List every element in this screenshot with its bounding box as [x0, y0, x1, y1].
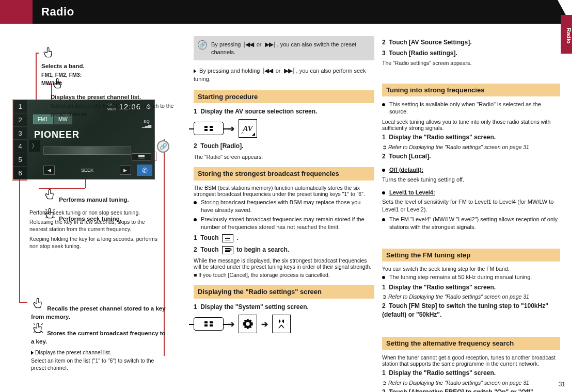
preset-5[interactable]: 5 — [13, 153, 27, 167]
af-step-1: 1 Display the "Radio settings" screen. — [382, 369, 560, 378]
preset-2[interactable]: 2 — [13, 113, 27, 127]
seek-label: SEEK — [81, 168, 93, 173]
preset-1[interactable]: 1 — [13, 100, 27, 113]
setting-off: Off (default): Turns the seek tuning set… — [382, 166, 560, 184]
band-fm[interactable]: FM1 — [33, 115, 53, 124]
callout-preset-label: Displays the preset channel list. — [51, 93, 175, 102]
svg-rect-0 — [204, 126, 208, 128]
preset-6[interactable]: 6 — [13, 167, 27, 180]
button-train-av: ➔ AV ^ — [194, 119, 374, 138]
banner-accent — [0, 0, 33, 24]
heading-bsm: Storing the strongest broadcast frequenc… — [194, 167, 374, 181]
bsm-intro: The BSM (best stations memory) function … — [194, 185, 374, 197]
fm-step-2: 2 Touch [FM Step] to switch the tuning s… — [382, 302, 560, 319]
svg-rect-1 — [210, 126, 213, 128]
heading-fm-step: Setting the FM tuning step — [382, 249, 560, 262]
hold-seek-note: By pressing and holding ∣◀◀ or ▶▶∣ , you… — [194, 67, 374, 83]
bsm-step-2-sub: While the message is displayed, the six … — [194, 257, 374, 270]
heading-starting: Starting procedure — [194, 90, 374, 103]
frequency-bar[interactable] — [43, 146, 131, 155]
seek-row: ◀ SEEK ▶ — [43, 166, 131, 175]
tap-icon — [31, 296, 45, 311]
button-train-system: ➔ ➔ — [194, 315, 374, 333]
local-step-2: 2 Touch [Local]. — [382, 152, 560, 161]
bsm-note-1: Storing broadcast frequencies with BSM m… — [194, 199, 374, 214]
tap-icon — [41, 45, 56, 60]
leader — [19, 302, 27, 303]
local-step-1-ref: ➲ Refer to Displaying the "Radio setting… — [382, 144, 560, 150]
svg-rect-2 — [204, 129, 208, 131]
heading-radio-settings: Displaying the "Radio settings" screen — [194, 285, 374, 299]
heading-af: Setting the alternative frequency search — [382, 337, 560, 350]
station-name: PIONEER — [34, 129, 80, 140]
level-note: The FM "Level4" (MW/LW "Level2") setting… — [382, 216, 560, 231]
step-1: 1 Display the AV source selection screen… — [194, 107, 374, 116]
note-seek-release: Releasing the key in a few seconds, skip… — [29, 218, 164, 233]
settings-step-1: 1 Display the "System" setting screen. — [194, 303, 374, 312]
fm-intro: You can switch the seek tuning step for … — [382, 266, 560, 272]
right-step-3: 3 Touch [Radio settings]. — [382, 49, 560, 58]
fm-step-1: 1 Display the "Radio settings" screen. — [382, 283, 560, 292]
home-hw-button[interactable] — [194, 122, 224, 135]
svg-rect-7 — [210, 324, 213, 326]
step-2-sub: The "Radio" screen appears. — [194, 154, 374, 160]
svg-rect-6 — [204, 324, 208, 326]
right-step-2: 2 Touch [AV Source Settings]. — [382, 38, 560, 47]
af-step-2: 2 Touch [Alternative FREQ] to switch "On… — [382, 388, 560, 392]
leader — [36, 53, 39, 54]
right-step-3-sub: The "Radio settings" screen appears. — [382, 60, 560, 66]
af-intro: When the tuner cannot get a good recepti… — [382, 354, 560, 367]
page-banner: Radio — [0, 0, 558, 24]
system-button[interactable] — [272, 315, 291, 333]
phone-button[interactable]: ✆ — [137, 165, 152, 176]
preset-list-icon[interactable] — [222, 234, 233, 242]
svg-rect-5 — [210, 321, 213, 323]
eq-icon[interactable]: EQ▁▃▅ — [142, 120, 151, 128]
arrow-icon: ➔ — [261, 319, 268, 329]
preset-4[interactable]: 4 — [13, 140, 27, 153]
svg-rect-3 — [210, 129, 213, 131]
local-note: This setting is available only when "Rad… — [382, 101, 560, 116]
prev-track-icon: ∣◀◀ — [243, 41, 254, 48]
setting-level: Level1 to Level4: Sets the level of sens… — [382, 189, 560, 214]
svg-rect-4 — [204, 321, 208, 323]
callout-bands-label: Selects a band. — [41, 62, 165, 71]
bsm-step-2: 2 Touch S to begin a search. — [194, 246, 374, 254]
local-intro: Local seek tuning allows you to tune int… — [382, 119, 560, 131]
seek-prev-button[interactable]: ◀ — [43, 166, 55, 175]
note-seek-p: Performs seek tuning or non stop seek tu… — [29, 209, 164, 216]
step-2: 2 Touch [Radio]. — [194, 142, 374, 151]
preset-strip: 1 2 3 4 5 6 — [13, 100, 27, 180]
tap-icon — [51, 76, 65, 91]
bsm-search-icon[interactable]: S — [222, 246, 233, 254]
heading-local: Tuning into strong frequencies — [382, 84, 560, 96]
home-hw-button[interactable] — [194, 317, 224, 331]
fm-note: The tuning step remains at 50 kHz during… — [382, 273, 560, 281]
fm-step-1-ref: ➲ Refer to Displaying the "Radio setting… — [382, 293, 560, 300]
next-track-icon: ▶▶∣ — [265, 41, 276, 48]
av-button[interactable]: AV ^ — [239, 119, 257, 138]
preset-3[interactable]: 3 — [13, 127, 27, 140]
bsm-step-1: 1 Touch . — [194, 234, 374, 242]
seek-next-button[interactable]: ▶ — [120, 166, 131, 175]
note-seek-keep: Keeping holding the key for a long secon… — [29, 235, 164, 250]
settings-button[interactable] — [239, 315, 257, 333]
stored-recall: Recalls the preset channel stored to a k… — [31, 305, 166, 320]
af-step-1-ref: ➲ Refer to Displaying the "Radio setting… — [382, 380, 560, 386]
page-title: Radio — [41, 5, 74, 19]
local-step-1: 1 Display the "Radio settings" screen. — [382, 133, 560, 142]
seek-manual-label: Performs manual tuning. — [59, 197, 129, 203]
link-icon: 🔗 — [157, 140, 169, 153]
stored-store: Stores the current broadcast frequency t… — [31, 330, 166, 345]
callout-preset-sub: Select an item on the list ("1" to "6") … — [51, 103, 173, 117]
bsm-cancel: ■ If you touch [Cancel], the storage pro… — [194, 272, 374, 278]
preset-list-button[interactable] — [132, 153, 151, 160]
expand-chevron[interactable]: 〉 — [29, 140, 40, 152]
arrow-icon: ➔ — [228, 319, 234, 329]
hold-icon — [31, 321, 45, 335]
page-number: 31 — [559, 381, 565, 388]
arrow-icon: ➔ — [228, 124, 234, 134]
next-track-icon: ▶▶∣ — [284, 67, 295, 74]
prev-track-icon: ∣◀◀ — [262, 67, 273, 74]
tap-icon — [43, 187, 57, 202]
